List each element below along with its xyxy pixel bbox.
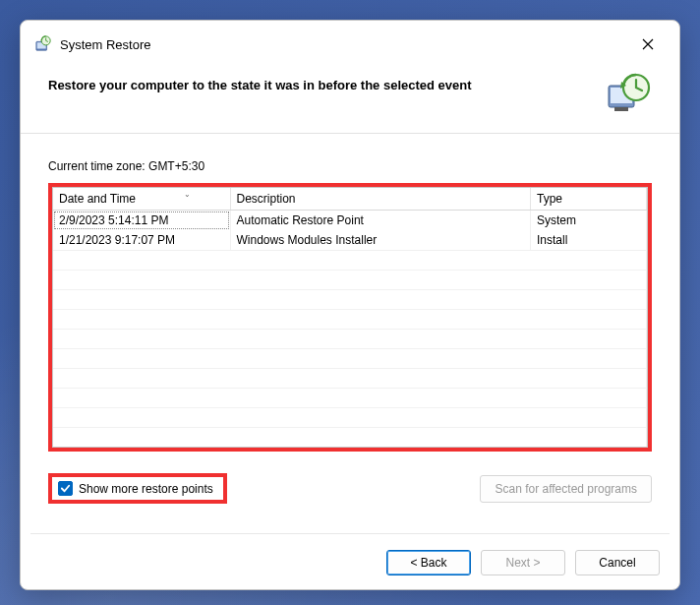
- scan-affected-button: Scan for affected programs: [480, 475, 652, 503]
- column-label: Type: [537, 192, 562, 206]
- cell-datetime: 1/21/2023 9:17:07 PM: [53, 230, 230, 250]
- next-button: Next >: [481, 550, 565, 575]
- system-restore-window: System Restore Restore your computer to …: [20, 20, 680, 590]
- timezone-label: Current time zone: GMT+5:30: [48, 159, 652, 173]
- show-more-label: Show more restore points: [79, 482, 213, 496]
- restore-points-table[interactable]: Date and Time ⌄ Description Type: [52, 187, 648, 448]
- column-header-datetime[interactable]: Date and Time ⌄: [53, 188, 230, 211]
- system-restore-icon: [34, 35, 52, 53]
- back-button[interactable]: < Back: [386, 550, 471, 575]
- cell-description: Windows Modules Installer: [230, 230, 531, 250]
- content-area: Current time zone: GMT+5:30 Date and Tim…: [21, 134, 679, 504]
- show-more-checkbox[interactable]: [58, 481, 73, 496]
- restore-graphic-icon: [605, 72, 652, 115]
- titlebar: System Restore: [21, 21, 679, 64]
- column-header-type[interactable]: Type: [531, 188, 647, 211]
- cell-datetime: 2/9/2023 5:14:11 PM: [53, 211, 230, 231]
- close-button[interactable]: [630, 30, 666, 58]
- header: Restore your computer to the state it wa…: [21, 64, 679, 134]
- cell-type: Install: [531, 230, 647, 250]
- column-header-description[interactable]: Description: [230, 188, 531, 211]
- cell-description: Automatic Restore Point: [230, 211, 531, 231]
- header-text: Restore your computer to the state it wa…: [48, 72, 605, 92]
- sort-indicator-icon: ⌄: [184, 190, 191, 199]
- wizard-footer: < Back Next > Cancel: [386, 550, 660, 575]
- column-label: Description: [237, 192, 296, 206]
- svg-rect-6: [614, 107, 628, 111]
- table-row[interactable]: 2/9/2023 5:14:11 PM Automatic Restore Po…: [53, 211, 647, 231]
- window-title: System Restore: [60, 37, 630, 52]
- column-label: Date and Time: [59, 192, 136, 206]
- cell-type: System: [531, 211, 647, 231]
- cancel-button[interactable]: Cancel: [575, 550, 660, 575]
- restore-points-highlight: Date and Time ⌄ Description Type: [48, 183, 652, 452]
- table-row[interactable]: 1/21/2023 9:17:07 PM Windows Modules Ins…: [53, 230, 647, 250]
- footer-separator: [30, 533, 670, 534]
- empty-rows: [53, 250, 646, 447]
- show-more-highlight: Show more restore points: [48, 473, 227, 504]
